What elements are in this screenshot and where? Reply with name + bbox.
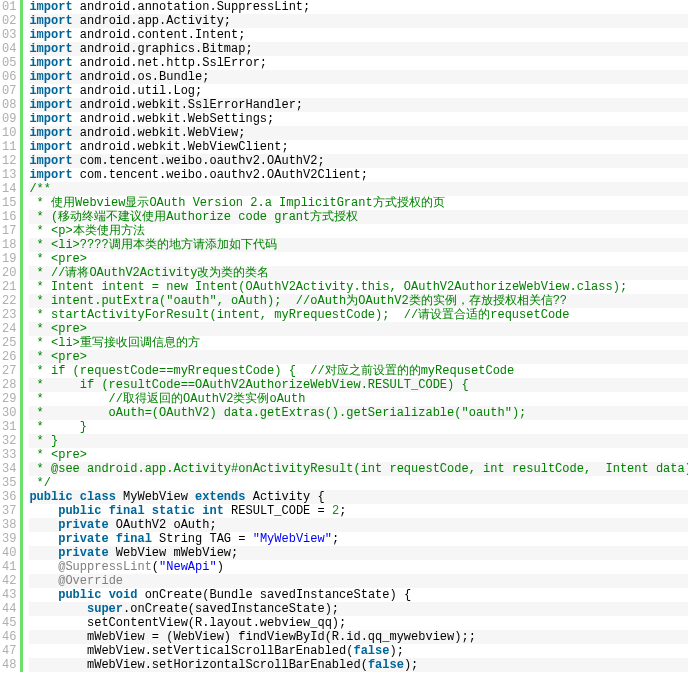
code-line: private final String TAG = "MyWebView";	[29, 532, 688, 546]
line-number: 29	[2, 392, 16, 406]
line-number: 03	[2, 28, 16, 42]
code-line: */	[29, 476, 688, 490]
code-line: super.onCreate(savedInstanceState);	[29, 602, 688, 616]
line-number: 36	[2, 490, 16, 504]
code-line: * Intent intent = new Intent(OAuthV2Acti…	[29, 280, 688, 294]
code-line: * <pre>	[29, 448, 688, 462]
line-number: 24	[2, 322, 16, 336]
line-number: 08	[2, 98, 16, 112]
code-content: import android.annotation.SuppressLint;i…	[23, 0, 688, 672]
line-number: 30	[2, 406, 16, 420]
line-number: 22	[2, 294, 16, 308]
line-number: 44	[2, 602, 16, 616]
line-number: 32	[2, 434, 16, 448]
line-number: 12	[2, 154, 16, 168]
line-number: 38	[2, 518, 16, 532]
code-line: * <pre>	[29, 350, 688, 364]
code-line: * intent.putExtra("oauth", oAuth); //oAu…	[29, 294, 688, 308]
code-line: * startActivityForResult(intent, myRrequ…	[29, 308, 688, 322]
code-line: import android.util.Log;	[29, 84, 688, 98]
code-line: * if (resultCode==OAuthV2AuthorizeWebVie…	[29, 378, 688, 392]
code-line: * <li>重写接收回调信息的方	[29, 336, 688, 350]
code-line: mWebView.setVerticalScrollBarEnabled(fal…	[29, 644, 688, 658]
line-number: 48	[2, 658, 16, 672]
code-line: * 使用Webview显示OAuth Version 2.a ImplicitG…	[29, 196, 688, 210]
line-number: 17	[2, 224, 16, 238]
code-line: private WebView mWebView;	[29, 546, 688, 560]
line-number: 10	[2, 126, 16, 140]
code-line: * (移动终端不建议使用Authorize code grant方式授权	[29, 210, 688, 224]
line-number: 07	[2, 84, 16, 98]
code-line: * @see android.app.Activity#onActivityRe…	[29, 462, 688, 476]
line-number: 05	[2, 56, 16, 70]
code-line: /**	[29, 182, 688, 196]
code-line: @SuppressLint("NewApi")	[29, 560, 688, 574]
code-line: mWebView = (WebView) findViewById(R.id.q…	[29, 630, 688, 644]
line-number: 42	[2, 574, 16, 588]
line-number: 25	[2, 336, 16, 350]
code-line: public class MyWebView extends Activity …	[29, 490, 688, 504]
line-number: 34	[2, 462, 16, 476]
code-line: import android.webkit.WebView;	[29, 126, 688, 140]
line-number: 18	[2, 238, 16, 252]
line-number: 35	[2, 476, 16, 490]
code-block: 0102030405060708091011121314151617181920…	[0, 0, 688, 672]
code-line: private OAuthV2 oAuth;	[29, 518, 688, 532]
code-line: import android.annotation.SuppressLint;	[29, 0, 688, 14]
line-number: 16	[2, 210, 16, 224]
line-number: 26	[2, 350, 16, 364]
code-line: import android.graphics.Bitmap;	[29, 42, 688, 56]
line-number: 39	[2, 532, 16, 546]
code-line: import com.tencent.weibo.oauthv2.OAuthV2…	[29, 168, 688, 182]
code-line: * }	[29, 434, 688, 448]
line-number: 21	[2, 280, 16, 294]
code-line: import android.net.http.SslError;	[29, 56, 688, 70]
code-line: setContentView(R.layout.webview_qq);	[29, 616, 688, 630]
line-number: 46	[2, 630, 16, 644]
line-number: 02	[2, 14, 16, 28]
code-line: mWebView.setHorizontalScrollBarEnabled(f…	[29, 658, 688, 672]
code-line: import android.webkit.SslErrorHandler;	[29, 98, 688, 112]
code-line: * if (requestCode==myRrequestCode) { //对…	[29, 364, 688, 378]
code-line: * }	[29, 420, 688, 434]
code-line: public final static int RESULT_CODE = 2;	[29, 504, 688, 518]
code-line: * oAuth=(OAuthV2) data.getExtras().getSe…	[29, 406, 688, 420]
line-number: 47	[2, 644, 16, 658]
line-number: 11	[2, 140, 16, 154]
line-number: 15	[2, 196, 16, 210]
line-number: 20	[2, 266, 16, 280]
line-number: 23	[2, 308, 16, 322]
line-number: 09	[2, 112, 16, 126]
code-line: import android.webkit.WebSettings;	[29, 112, 688, 126]
code-line: * //取得返回的OAuthV2类实例oAuth	[29, 392, 688, 406]
code-line: import android.app.Activity;	[29, 14, 688, 28]
line-number: 43	[2, 588, 16, 602]
line-number: 41	[2, 560, 16, 574]
code-line: * <pre>	[29, 252, 688, 266]
line-number: 37	[2, 504, 16, 518]
code-line: @Override	[29, 574, 688, 588]
code-line: public void onCreate(Bundle savedInstanc…	[29, 588, 688, 602]
code-line: import com.tencent.weibo.oauthv2.OAuthV2…	[29, 154, 688, 168]
line-number: 33	[2, 448, 16, 462]
line-number: 27	[2, 364, 16, 378]
code-line: import android.content.Intent;	[29, 28, 688, 42]
line-number: 45	[2, 616, 16, 630]
line-number: 14	[2, 182, 16, 196]
line-number: 31	[2, 420, 16, 434]
line-number: 06	[2, 70, 16, 84]
line-number: 01	[2, 0, 16, 14]
line-number: 28	[2, 378, 16, 392]
code-line: import android.webkit.WebViewClient;	[29, 140, 688, 154]
line-number: 13	[2, 168, 16, 182]
code-line: * <p>本类使用方法	[29, 224, 688, 238]
code-line: * <li>????调用本类的地方请添加如下代码	[29, 238, 688, 252]
line-number: 04	[2, 42, 16, 56]
code-line: * //请将OAuthV2Activity改为类的类名	[29, 266, 688, 280]
line-number: 40	[2, 546, 16, 560]
line-number-gutter: 0102030405060708091011121314151617181920…	[0, 0, 23, 672]
code-line: * <pre>	[29, 322, 688, 336]
code-line: import android.os.Bundle;	[29, 70, 688, 84]
line-number: 19	[2, 252, 16, 266]
